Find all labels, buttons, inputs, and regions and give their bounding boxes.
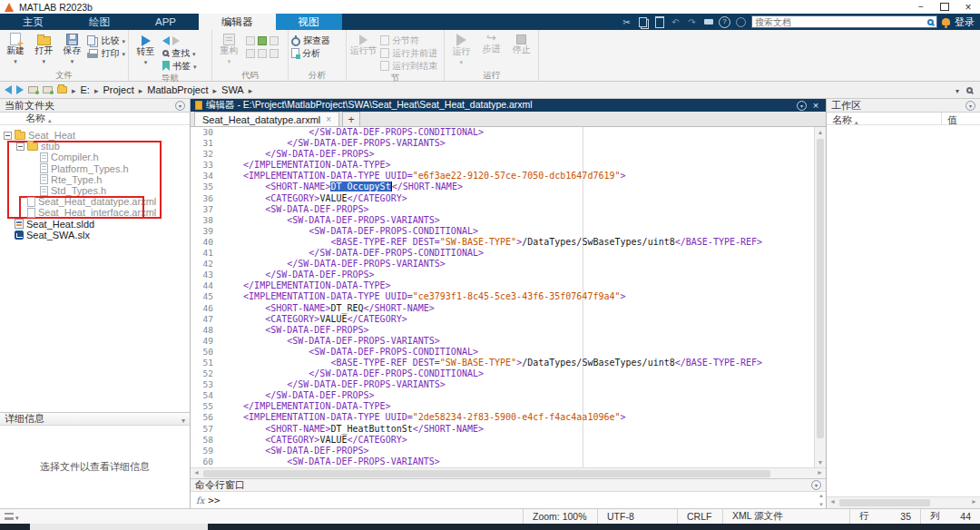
- status-zoom[interactable]: Zoom: 100%: [523, 509, 597, 524]
- run-advance-button[interactable]: 运行并前进: [380, 47, 437, 59]
- tab-view[interactable]: 视图: [276, 14, 342, 30]
- panel-menu-icon[interactable]: [811, 480, 821, 490]
- tree-item-stub[interactable]: stub: [0, 141, 190, 152]
- tree-item-std-types-h[interactable]: Std_Types.h: [0, 185, 190, 196]
- scroll-left-icon[interactable]: [829, 498, 836, 505]
- analyze-button[interactable]: 分析: [291, 47, 330, 59]
- editor-panel-menu-icon[interactable]: [797, 101, 807, 111]
- horizontal-scrollbar[interactable]: [191, 467, 826, 478]
- scroll-up-icon[interactable]: [818, 493, 824, 498]
- tree-item-compiler-h[interactable]: Compiler.h: [0, 152, 190, 162]
- collapse-toggle-icon[interactable]: [4, 132, 12, 140]
- uncomment-icon[interactable]: [270, 36, 279, 45]
- code-editor[interactable]: 30 </SW-DATA-DEF-PROPS-CONDITIONAL>31 </…: [191, 127, 826, 467]
- search-input[interactable]: [755, 16, 925, 27]
- new-tab-button[interactable]: [342, 112, 360, 126]
- help-icon[interactable]: [719, 16, 730, 28]
- run-button[interactable]: 运行: [447, 32, 475, 69]
- tab-home[interactable]: 主页: [0, 14, 66, 30]
- command-scroll-arrows[interactable]: [818, 493, 824, 507]
- stop-button[interactable]: 停止: [508, 32, 535, 69]
- save-button[interactable]: 保存: [59, 32, 84, 69]
- search-icon[interactable]: [927, 19, 934, 25]
- tree-item-platform-types-h[interactable]: Platform_Types.h: [0, 163, 190, 174]
- workspace-body[interactable]: [827, 125, 980, 496]
- cut-icon[interactable]: [621, 16, 632, 28]
- doc-search-box[interactable]: [751, 15, 937, 28]
- status-menu-button[interactable]: [5, 511, 19, 522]
- new-button[interactable]: 新建: [3, 32, 28, 69]
- minimize-button[interactable]: [909, 0, 933, 14]
- wrap-comment-icon[interactable]: [258, 36, 267, 45]
- tree-item-seat-heat[interactable]: Seat_Heat: [0, 130, 190, 141]
- compare-button[interactable]: 比较: [87, 34, 125, 46]
- paste-icon[interactable]: [653, 16, 665, 28]
- breadcrumb-item-project[interactable]: Project: [103, 84, 133, 95]
- name-column-header[interactable]: 名称: [832, 113, 858, 127]
- scrollbar-thumb[interactable]: [817, 139, 824, 438]
- tab-plots[interactable]: 绘图: [66, 14, 132, 30]
- scrollbar-thumb[interactable]: [203, 470, 770, 477]
- tab-close-icon[interactable]: [326, 114, 331, 124]
- breadcrumb-item-matlabproject[interactable]: MatlabProject: [147, 84, 208, 95]
- address-dropdown-icon[interactable]: [956, 84, 959, 95]
- editor-close-icon[interactable]: [810, 100, 821, 111]
- details-header[interactable]: 详细信息: [0, 412, 190, 426]
- tree-item-seat-swa-slx[interactable]: Seat_SWA.slx: [0, 230, 190, 240]
- outdent-icon[interactable]: [258, 49, 267, 58]
- open-button[interactable]: 打开: [31, 32, 56, 69]
- forward-arrow-icon[interactable]: [172, 36, 180, 45]
- address-search-icon[interactable]: [966, 87, 973, 93]
- undo-icon[interactable]: [670, 16, 681, 28]
- tab-apps[interactable]: APP: [132, 14, 199, 30]
- nav-back-icon[interactable]: [5, 85, 12, 94]
- editor-tab[interactable]: Seat_Heat_datatype.arxml: [194, 112, 339, 126]
- status-eol[interactable]: CRLF: [677, 509, 722, 524]
- folder-up-icon[interactable]: [28, 86, 38, 93]
- indent-icon[interactable]: [246, 49, 255, 58]
- maximize-button[interactable]: [933, 0, 956, 14]
- run-to-end-button[interactable]: 运行到结束: [380, 60, 437, 72]
- name-column-header[interactable]: 名称: [0, 113, 190, 125]
- copy-icon[interactable]: [637, 16, 649, 28]
- value-column-header[interactable]: 值: [947, 113, 957, 127]
- redo-icon[interactable]: [686, 16, 698, 28]
- find-button[interactable]: 查找: [162, 47, 197, 59]
- scroll-right-icon[interactable]: [817, 469, 823, 476]
- tab-editor[interactable]: 编辑器: [199, 14, 276, 30]
- bell-icon[interactable]: [942, 18, 950, 25]
- command-window[interactable]: fx >>: [191, 492, 826, 508]
- browse-folder-icon[interactable]: [43, 86, 53, 93]
- print-icon[interactable]: [702, 16, 714, 28]
- scroll-right-icon[interactable]: [971, 498, 977, 505]
- back-arrow-icon[interactable]: [162, 36, 170, 45]
- scroll-down-icon[interactable]: [818, 502, 824, 507]
- vertical-scrollbar[interactable]: [814, 127, 826, 467]
- tree-item-seat-heat-sldd[interactable]: Seat_Heat.sldd: [0, 219, 190, 230]
- close-button[interactable]: [956, 0, 980, 14]
- breadcrumb-item-swa[interactable]: SWA: [221, 84, 244, 95]
- scroll-left-icon[interactable]: [193, 469, 200, 476]
- status-encoding[interactable]: UTF-8: [597, 509, 677, 524]
- print-button[interactable]: 打印: [87, 47, 125, 59]
- bookmark-button[interactable]: 书签: [162, 60, 197, 72]
- collapse-toggle-icon[interactable]: [16, 142, 24, 151]
- tree-item-rte-type-h[interactable]: Rte_Type.h: [0, 174, 190, 185]
- section-break-button[interactable]: 分节符: [380, 34, 437, 46]
- nav-forward-icon[interactable]: [16, 85, 24, 94]
- scroll-down-icon[interactable]: [815, 459, 826, 466]
- signin-button[interactable]: 登录: [955, 15, 975, 29]
- profiler-button[interactable]: 探查器: [291, 34, 330, 46]
- status-filetype[interactable]: XML 源文件: [722, 509, 849, 524]
- tree-item-seat-heat-interface-arxml[interactable]: Seat_Heat_interface.arxml: [0, 207, 190, 218]
- smart-indent-icon[interactable]: [270, 49, 279, 58]
- community-icon[interactable]: [735, 16, 747, 28]
- step-button[interactable]: 步进: [477, 32, 505, 69]
- scroll-up-icon[interactable]: [815, 129, 826, 135]
- tree-item-seat-heat-datatype-arxml[interactable]: Seat_Heat_datatype.arxml: [0, 196, 190, 207]
- run-section-button[interactable]: 运行节: [349, 32, 377, 72]
- scrollbar-thumb[interactable]: [839, 499, 930, 506]
- panel-menu-icon[interactable]: [175, 101, 185, 111]
- panel-menu-icon[interactable]: [965, 101, 975, 111]
- refactor-button[interactable]: 重构: [215, 32, 243, 69]
